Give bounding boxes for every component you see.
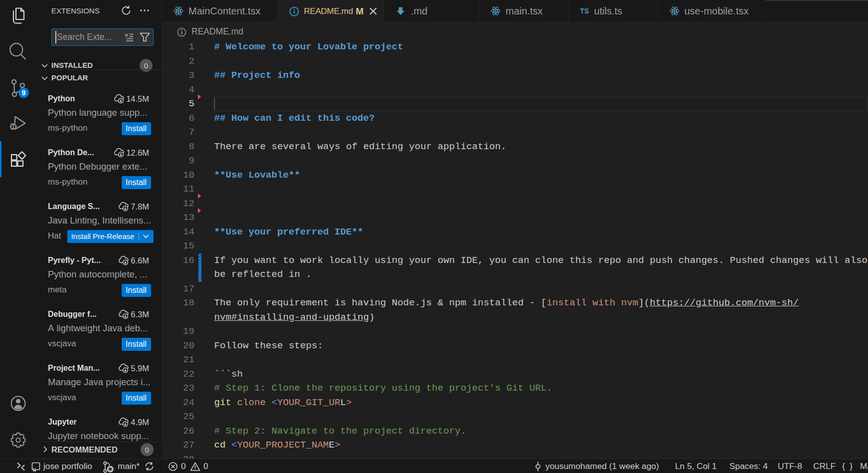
svg-text:9: 9 bbox=[21, 88, 25, 97]
